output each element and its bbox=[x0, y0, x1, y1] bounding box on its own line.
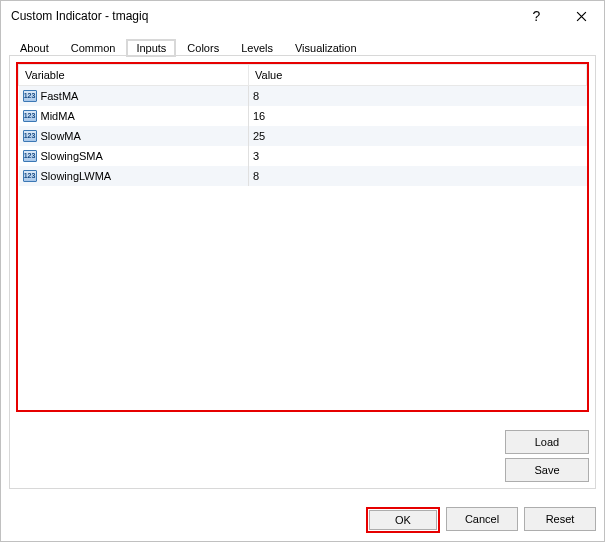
table-row[interactable]: 123FastMA 8 bbox=[19, 86, 587, 106]
ok-highlight: OK bbox=[366, 507, 440, 533]
variable-name: SlowingLWMA bbox=[41, 170, 112, 182]
load-button[interactable]: Load bbox=[505, 430, 589, 454]
help-button[interactable]: ? bbox=[514, 1, 559, 31]
number-icon: 123 bbox=[23, 110, 37, 122]
number-icon: 123 bbox=[23, 130, 37, 142]
variable-value[interactable]: 16 bbox=[249, 106, 587, 126]
custom-indicator-dialog: Custom Indicator - tmagiq ? About Common… bbox=[0, 0, 605, 542]
inputs-table-wrap: Variable Value 123FastMA 8 123MidMA 16 bbox=[16, 62, 589, 412]
number-icon: 123 bbox=[23, 150, 37, 162]
close-icon bbox=[576, 11, 587, 22]
variable-value[interactable]: 25 bbox=[249, 126, 587, 146]
side-buttons: Load Save bbox=[505, 430, 589, 482]
table-row[interactable]: 123MidMA 16 bbox=[19, 106, 587, 126]
tab-inputs[interactable]: Inputs bbox=[126, 39, 176, 57]
variable-name: SlowMA bbox=[41, 130, 81, 142]
number-icon: 123 bbox=[23, 170, 37, 182]
ok-button[interactable]: OK bbox=[369, 510, 437, 530]
tab-levels[interactable]: Levels bbox=[230, 38, 284, 57]
reset-button[interactable]: Reset bbox=[524, 507, 596, 531]
tab-common[interactable]: Common bbox=[60, 38, 127, 57]
variable-value[interactable]: 8 bbox=[249, 86, 587, 106]
tab-strip: About Common Inputs Colors Levels Visual… bbox=[9, 37, 596, 56]
close-button[interactable] bbox=[559, 1, 604, 31]
column-header-value[interactable]: Value bbox=[249, 65, 587, 86]
number-icon: 123 bbox=[23, 90, 37, 102]
table-row[interactable]: 123SlowingLWMA 8 bbox=[19, 166, 587, 186]
inputs-pane: Variable Value 123FastMA 8 123MidMA 16 bbox=[9, 55, 596, 489]
tab-visualization[interactable]: Visualization bbox=[284, 38, 368, 57]
tab-about[interactable]: About bbox=[9, 38, 60, 57]
variable-name: MidMA bbox=[41, 110, 75, 122]
table-row[interactable]: 123SlowingSMA 3 bbox=[19, 146, 587, 166]
tab-colors[interactable]: Colors bbox=[176, 38, 230, 57]
variable-value[interactable]: 8 bbox=[249, 166, 587, 186]
window-title: Custom Indicator - tmagiq bbox=[11, 9, 148, 23]
inputs-table[interactable]: Variable Value 123FastMA 8 123MidMA 16 bbox=[18, 64, 587, 186]
bottom-buttons: OK Cancel Reset bbox=[1, 497, 604, 541]
dialog-content: About Common Inputs Colors Levels Visual… bbox=[1, 31, 604, 497]
variable-name: FastMA bbox=[41, 90, 79, 102]
variable-value[interactable]: 3 bbox=[249, 146, 587, 166]
table-row[interactable]: 123SlowMA 25 bbox=[19, 126, 587, 146]
variable-name: SlowingSMA bbox=[41, 150, 103, 162]
titlebar: Custom Indicator - tmagiq ? bbox=[1, 1, 604, 31]
cancel-button[interactable]: Cancel bbox=[446, 507, 518, 531]
save-button[interactable]: Save bbox=[505, 458, 589, 482]
column-header-variable[interactable]: Variable bbox=[19, 65, 249, 86]
